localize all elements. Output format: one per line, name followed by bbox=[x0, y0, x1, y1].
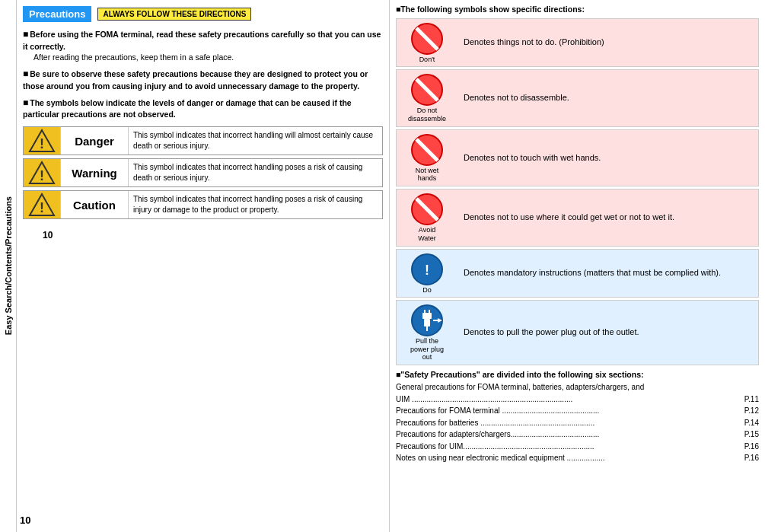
section-uim2-page: P.16 bbox=[744, 441, 759, 453]
sidebar: Easy Search/Contents/Precautions bbox=[0, 0, 17, 532]
pull-plug-label: Pull thepower plugout bbox=[410, 337, 444, 362]
symbol-cell-avoid-water: AvoidWater bbox=[397, 190, 457, 246]
section-foma-text: Precautions for FOMA terminal ..........… bbox=[396, 405, 741, 417]
section-item-uim2: Precautions for UIM.....................… bbox=[396, 441, 759, 453]
intro-text-3: The symbols below indicate the levels of… bbox=[23, 98, 352, 119]
wet-hands-label: Not wethands bbox=[416, 167, 439, 183]
section-adapters-text: Precautions for adapters/chargers.......… bbox=[396, 428, 741, 441]
symbol-cell-disassemble: Do notdisassemble bbox=[397, 70, 457, 126]
sections-list: General precautions for FOMA terminal, b… bbox=[396, 381, 759, 464]
symbol-row-wet-hands: Not wethands Denotes not to touch with w… bbox=[396, 129, 759, 187]
page-number: 10 bbox=[43, 230, 403, 241]
section-item-uim: UIM ....................................… bbox=[396, 393, 759, 406]
danger-icon: ! bbox=[24, 127, 60, 155]
do-label: Do bbox=[422, 286, 432, 294]
symbol-cell-do: ! Do bbox=[397, 250, 457, 297]
sidebar-label: Easy Search/Contents/Precautions bbox=[4, 196, 13, 335]
level-boxes: ! Danger This symbol indicates that inco… bbox=[23, 126, 383, 219]
caution-icon: ! bbox=[24, 191, 60, 218]
section-medical-page: P.16 bbox=[744, 452, 759, 464]
page-num-absolute: 10 bbox=[20, 514, 30, 526]
warning-label: Warning bbox=[60, 159, 129, 186]
intro-text-2: Be sure to observe these safety precauti… bbox=[23, 69, 368, 91]
svg-text:!: ! bbox=[40, 136, 44, 151]
intro-text-1: Before using the FOMA terminal, read the… bbox=[23, 30, 381, 51]
section-uim-text: UIM ....................................… bbox=[396, 393, 741, 406]
symbol-row-dont: Don't Denotes things not to do. (Prohibi… bbox=[396, 18, 759, 67]
intro-paragraph-2: ■Be sure to observe these safety precaut… bbox=[23, 68, 383, 91]
svg-text:!: ! bbox=[40, 200, 44, 215]
section-foma-page: P.12 bbox=[744, 405, 759, 417]
section-uim-page: P.11 bbox=[744, 393, 759, 406]
precautions-title: Precautions bbox=[23, 6, 91, 22]
caution-box: ! Caution This symbol indicates that inc… bbox=[23, 190, 383, 219]
intro-paragraph-3: ■The symbols below indicate the levels o… bbox=[23, 97, 383, 120]
page-container: Easy Search/Contents/Precautions Precaut… bbox=[0, 0, 765, 532]
section-uim2-text: Precautions for UIM.....................… bbox=[396, 441, 741, 453]
symbol-cell-dont: Don't bbox=[397, 19, 457, 66]
section-item-foma: Precautions for FOMA terminal ..........… bbox=[396, 405, 759, 417]
warning-icon: ! bbox=[24, 159, 60, 186]
bullet-1: ■ bbox=[23, 29, 28, 40]
danger-box: ! Danger This symbol indicates that inco… bbox=[23, 126, 383, 155]
section-batteries-text: Precautions for batteries ..............… bbox=[396, 417, 741, 429]
section-medical-text: Notes on using near electronic medical e… bbox=[396, 452, 741, 464]
svg-text:!: ! bbox=[40, 168, 44, 183]
section-item-adapters: Precautions for adapters/chargers.......… bbox=[396, 428, 759, 441]
intro-paragraph-1: ■Before using the FOMA terminal, read th… bbox=[23, 28, 383, 63]
section-batteries-page: P.14 bbox=[744, 417, 759, 429]
dont-label: Don't bbox=[419, 56, 435, 63]
disassemble-desc: Denotes not to disassemble. bbox=[457, 88, 758, 108]
caution-description: This symbol indicates that incorrect han… bbox=[129, 191, 382, 218]
svg-text:!: ! bbox=[425, 263, 429, 278]
dont-desc: Denotes things not to do. (Prohibition) bbox=[457, 32, 758, 53]
section-adapters-page: P.15 bbox=[744, 428, 759, 441]
right-panel: ■The following symbols show specific dir… bbox=[390, 0, 765, 532]
symbol-cell-pull-plug: Pull thepower plugout bbox=[397, 301, 457, 365]
sections-header: ■"Safety Precautions" are divided into t… bbox=[396, 370, 759, 379]
avoid-water-desc: Denotes not to use where it could get we… bbox=[457, 207, 758, 228]
section-item-batteries: Precautions for batteries ..............… bbox=[396, 417, 759, 429]
symbol-cell-wet-hands: Not wethands bbox=[397, 130, 457, 186]
symbols-header: ■The following symbols show specific dir… bbox=[396, 5, 759, 14]
left-panel: Precautions ALWAYS FOLLOW THESE DIRECTIO… bbox=[17, 0, 390, 532]
svg-rect-18 bbox=[422, 313, 432, 319]
danger-description: This symbol indicates that incorrect han… bbox=[129, 127, 382, 155]
svg-rect-21 bbox=[424, 319, 430, 327]
symbol-row-pull-plug: Pull thepower plugout Denotes to pull th… bbox=[396, 300, 759, 365]
symbol-row-disassemble: Do notdisassemble Denotes not to disasse… bbox=[396, 69, 759, 127]
symbol-row-do: ! Do Denotes mandatory instructions (mat… bbox=[396, 249, 759, 298]
always-follow-badge: ALWAYS FOLLOW THESE DIRECTIONS bbox=[97, 8, 251, 21]
wet-hands-desc: Denotes not to touch with wet hands. bbox=[457, 148, 758, 168]
sections-intro: General precautions for FOMA terminal, b… bbox=[396, 381, 759, 393]
section-item-medical: Notes on using near electronic medical e… bbox=[396, 452, 759, 464]
disassemble-label: Do notdisassemble bbox=[408, 107, 446, 123]
symbol-row-avoid-water: AvoidWater Denotes not to use where it c… bbox=[396, 189, 759, 247]
do-desc: Denotes mandatory instructions (matters … bbox=[457, 263, 758, 283]
intro-sub-1: After reading the precautions, keep them… bbox=[33, 52, 234, 63]
pull-plug-desc: Denotes to pull the power plug out of th… bbox=[457, 322, 758, 342]
main-content: Precautions ALWAYS FOLLOW THESE DIRECTIO… bbox=[17, 0, 765, 532]
danger-label: Danger bbox=[60, 127, 129, 155]
warning-box: ! Warning This symbol indicates that inc… bbox=[23, 158, 383, 187]
bullet-2: ■ bbox=[23, 68, 28, 79]
bullet-3: ■ bbox=[23, 97, 28, 108]
caution-label: Caution bbox=[60, 191, 129, 218]
precautions-header: Precautions ALWAYS FOLLOW THESE DIRECTIO… bbox=[23, 6, 383, 22]
warning-description: This symbol indicates that incorrect han… bbox=[129, 159, 382, 186]
avoid-water-label: AvoidWater bbox=[418, 226, 436, 243]
